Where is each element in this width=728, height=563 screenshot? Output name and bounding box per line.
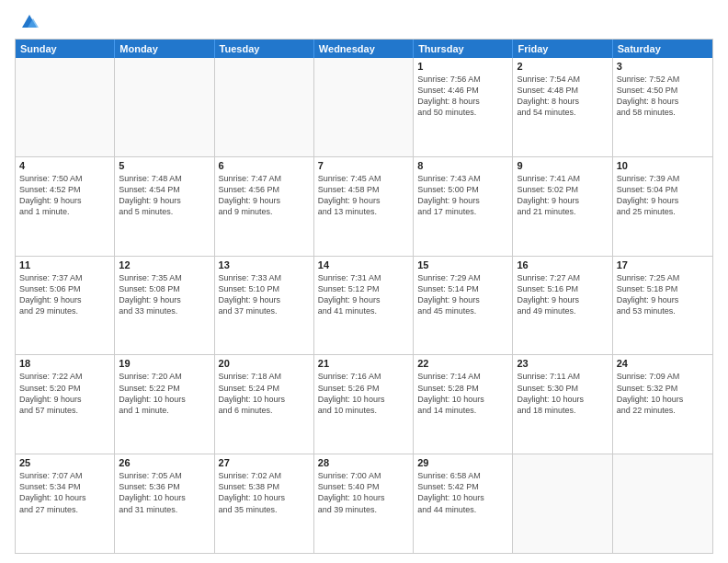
cell-info: Sunrise: 7:48 AM Sunset: 4:54 PM Dayligh… (119, 173, 210, 218)
day-number: 11 (19, 259, 110, 270)
day-number: 20 (219, 358, 310, 369)
cell-info: Sunrise: 6:58 AM Sunset: 5:42 PM Dayligh… (417, 470, 508, 515)
page: SundayMondayTuesdayWednesdayThursdayFrid… (0, 0, 728, 563)
calendar-cell: 4Sunrise: 7:50 AM Sunset: 4:52 PM Daylig… (16, 157, 115, 256)
calendar-cell: 2Sunrise: 7:54 AM Sunset: 4:48 PM Daylig… (513, 58, 612, 156)
weekday-header-saturday: Saturday (613, 40, 712, 58)
day-number: 19 (119, 358, 210, 369)
calendar-cell (613, 454, 712, 553)
day-number: 17 (617, 259, 709, 270)
calendar-cell: 29Sunrise: 6:58 AM Sunset: 5:42 PM Dayli… (414, 454, 513, 553)
calendar-row-2: 4Sunrise: 7:50 AM Sunset: 4:52 PM Daylig… (16, 156, 712, 256)
day-number: 2 (517, 61, 608, 72)
calendar-cell: 22Sunrise: 7:14 AM Sunset: 5:28 PM Dayli… (414, 355, 513, 454)
cell-info: Sunrise: 7:14 AM Sunset: 5:28 PM Dayligh… (417, 371, 508, 416)
day-number: 29 (417, 457, 508, 468)
cell-info: Sunrise: 7:43 AM Sunset: 5:00 PM Dayligh… (417, 173, 508, 218)
day-number: 1 (417, 61, 508, 72)
weekday-header-monday: Monday (115, 40, 214, 58)
logo (15, 11, 39, 31)
cell-info: Sunrise: 7:37 AM Sunset: 5:06 PM Dayligh… (19, 272, 110, 317)
weekday-header-tuesday: Tuesday (215, 40, 314, 58)
calendar-cell: 24Sunrise: 7:09 AM Sunset: 5:32 PM Dayli… (613, 355, 712, 454)
calendar-cell: 3Sunrise: 7:52 AM Sunset: 4:50 PM Daylig… (613, 58, 712, 156)
day-number: 15 (417, 259, 508, 270)
calendar-cell: 28Sunrise: 7:00 AM Sunset: 5:40 PM Dayli… (314, 454, 414, 553)
cell-info: Sunrise: 7:27 AM Sunset: 5:16 PM Dayligh… (517, 272, 608, 317)
day-number: 8 (417, 160, 508, 171)
calendar-cell (115, 58, 214, 156)
cell-info: Sunrise: 7:45 AM Sunset: 4:58 PM Dayligh… (318, 173, 409, 218)
calendar-cell: 12Sunrise: 7:35 AM Sunset: 5:08 PM Dayli… (115, 257, 214, 355)
calendar-cell: 15Sunrise: 7:29 AM Sunset: 5:14 PM Dayli… (414, 257, 513, 355)
day-number: 10 (617, 160, 709, 171)
calendar-cell: 8Sunrise: 7:43 AM Sunset: 5:00 PM Daylig… (414, 157, 513, 256)
calendar-row-1: 1Sunrise: 7:56 AM Sunset: 4:46 PM Daylig… (16, 58, 712, 156)
calendar-cell: 17Sunrise: 7:25 AM Sunset: 5:18 PM Dayli… (613, 257, 712, 355)
day-number: 23 (517, 358, 608, 369)
calendar-cell (16, 58, 115, 156)
cell-info: Sunrise: 7:11 AM Sunset: 5:30 PM Dayligh… (517, 371, 608, 416)
day-number: 21 (318, 358, 409, 369)
cell-info: Sunrise: 7:09 AM Sunset: 5:32 PM Dayligh… (617, 371, 709, 416)
cell-info: Sunrise: 7:20 AM Sunset: 5:22 PM Dayligh… (119, 371, 210, 416)
calendar-cell (314, 58, 414, 156)
calendar-header: SundayMondayTuesdayWednesdayThursdayFrid… (16, 40, 712, 58)
calendar-row-4: 18Sunrise: 7:22 AM Sunset: 5:20 PM Dayli… (16, 354, 712, 454)
calendar-cell: 23Sunrise: 7:11 AM Sunset: 5:30 PM Dayli… (513, 355, 612, 454)
day-number: 6 (219, 160, 310, 171)
calendar-row-5: 25Sunrise: 7:07 AM Sunset: 5:34 PM Dayli… (16, 454, 712, 553)
calendar-cell: 10Sunrise: 7:39 AM Sunset: 5:04 PM Dayli… (613, 157, 712, 256)
calendar-row-3: 11Sunrise: 7:37 AM Sunset: 5:06 PM Dayli… (16, 256, 712, 355)
day-number: 9 (517, 160, 608, 171)
day-number: 22 (417, 358, 508, 369)
cell-info: Sunrise: 7:35 AM Sunset: 5:08 PM Dayligh… (119, 272, 210, 317)
calendar-cell: 26Sunrise: 7:05 AM Sunset: 5:36 PM Dayli… (115, 454, 214, 553)
day-number: 27 (219, 457, 310, 468)
day-number: 13 (219, 259, 310, 270)
header (15, 11, 713, 31)
calendar-cell: 20Sunrise: 7:18 AM Sunset: 5:24 PM Dayli… (215, 355, 314, 454)
day-number: 25 (19, 457, 110, 468)
calendar-cell: 21Sunrise: 7:16 AM Sunset: 5:26 PM Dayli… (314, 355, 414, 454)
day-number: 28 (318, 457, 409, 468)
calendar-cell: 9Sunrise: 7:41 AM Sunset: 5:02 PM Daylig… (513, 157, 612, 256)
day-number: 5 (119, 160, 210, 171)
day-number: 14 (318, 259, 409, 270)
cell-info: Sunrise: 7:02 AM Sunset: 5:38 PM Dayligh… (219, 470, 310, 515)
day-number: 3 (617, 61, 709, 72)
cell-info: Sunrise: 7:05 AM Sunset: 5:36 PM Dayligh… (119, 470, 210, 515)
calendar-body: 1Sunrise: 7:56 AM Sunset: 4:46 PM Daylig… (16, 58, 712, 553)
calendar-cell: 7Sunrise: 7:45 AM Sunset: 4:58 PM Daylig… (314, 157, 414, 256)
calendar-cell: 6Sunrise: 7:47 AM Sunset: 4:56 PM Daylig… (215, 157, 314, 256)
weekday-header-friday: Friday (513, 40, 612, 58)
weekday-header-thursday: Thursday (414, 40, 513, 58)
calendar-cell (513, 454, 612, 553)
day-number: 18 (19, 358, 110, 369)
calendar-cell: 19Sunrise: 7:20 AM Sunset: 5:22 PM Dayli… (115, 355, 214, 454)
calendar-cell: 27Sunrise: 7:02 AM Sunset: 5:38 PM Dayli… (215, 454, 314, 553)
cell-info: Sunrise: 7:41 AM Sunset: 5:02 PM Dayligh… (517, 173, 608, 218)
calendar: SundayMondayTuesdayWednesdayThursdayFrid… (15, 39, 713, 554)
calendar-cell: 1Sunrise: 7:56 AM Sunset: 4:46 PM Daylig… (414, 58, 513, 156)
day-number: 24 (617, 358, 709, 369)
cell-info: Sunrise: 7:16 AM Sunset: 5:26 PM Dayligh… (318, 371, 409, 416)
calendar-cell: 25Sunrise: 7:07 AM Sunset: 5:34 PM Dayli… (16, 454, 115, 553)
calendar-cell: 14Sunrise: 7:31 AM Sunset: 5:12 PM Dayli… (314, 257, 414, 355)
day-number: 4 (19, 160, 110, 171)
calendar-cell: 18Sunrise: 7:22 AM Sunset: 5:20 PM Dayli… (16, 355, 115, 454)
weekday-header-wednesday: Wednesday (314, 40, 414, 58)
cell-info: Sunrise: 7:56 AM Sunset: 4:46 PM Dayligh… (417, 74, 508, 119)
logo-icon (18, 11, 39, 31)
calendar-cell (215, 58, 314, 156)
cell-info: Sunrise: 7:54 AM Sunset: 4:48 PM Dayligh… (517, 74, 608, 119)
calendar-cell: 5Sunrise: 7:48 AM Sunset: 4:54 PM Daylig… (115, 157, 214, 256)
cell-info: Sunrise: 7:25 AM Sunset: 5:18 PM Dayligh… (617, 272, 709, 317)
day-number: 26 (119, 457, 210, 468)
cell-info: Sunrise: 7:22 AM Sunset: 5:20 PM Dayligh… (19, 371, 110, 416)
cell-info: Sunrise: 7:50 AM Sunset: 4:52 PM Dayligh… (19, 173, 110, 218)
day-number: 16 (517, 259, 608, 270)
calendar-cell: 11Sunrise: 7:37 AM Sunset: 5:06 PM Dayli… (16, 257, 115, 355)
cell-info: Sunrise: 7:31 AM Sunset: 5:12 PM Dayligh… (318, 272, 409, 317)
cell-info: Sunrise: 7:00 AM Sunset: 5:40 PM Dayligh… (318, 470, 409, 515)
